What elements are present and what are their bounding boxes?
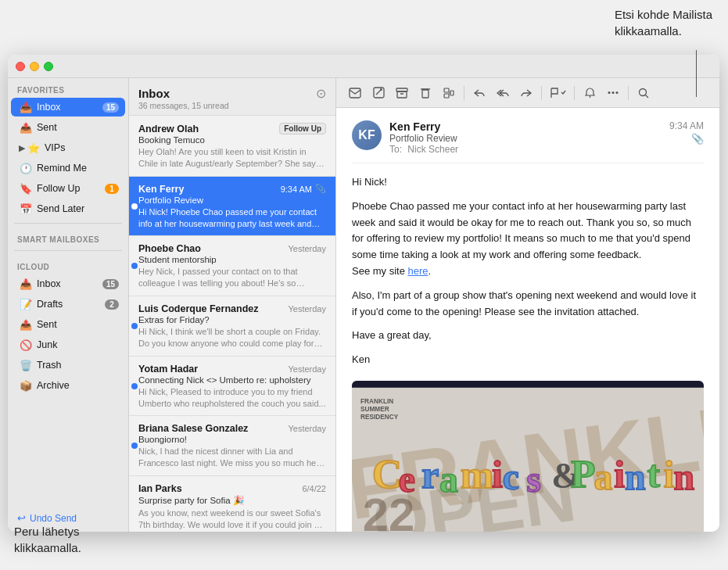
favorites-header: Favorites bbox=[8, 78, 128, 97]
sidebar-item-label: Sent bbox=[37, 319, 119, 330]
svg-rect-4 bbox=[397, 91, 407, 98]
to-name: Nick Scheer bbox=[407, 144, 458, 155]
svg-text:i: i bbox=[614, 452, 625, 495]
titlebar bbox=[8, 55, 719, 78]
more-button[interactable] bbox=[602, 83, 624, 103]
unread-dot bbox=[131, 203, 138, 210]
followup-badge: Follow Up bbox=[279, 123, 326, 134]
traffic-lights bbox=[16, 62, 53, 71]
body-closing: Have a great day, bbox=[352, 328, 704, 344]
email-content-area[interactable]: KF Ken Ferry Portfolio Review To: Nick S… bbox=[336, 108, 719, 532]
sidebar-item-label: Follow Up bbox=[37, 183, 105, 194]
sidebar-item-inbox[interactable]: 📥 Inbox 15 bbox=[11, 98, 125, 117]
msg-subject: Booking Temuco bbox=[138, 135, 326, 145]
icloud-inbox-badge: 15 bbox=[102, 279, 119, 289]
toolbar-separator bbox=[464, 86, 464, 100]
message-item[interactable]: Andrew Olah Follow Up Booking Temuco Hey… bbox=[129, 116, 335, 177]
filter-icon[interactable]: ⊙ bbox=[316, 86, 326, 101]
sidebar-item-icloud-trash[interactable]: 🗑️ Trash bbox=[11, 356, 125, 375]
msg-preview: Hi Nick! Phoebe Chao passed me your cont… bbox=[138, 206, 326, 230]
sidebar-item-remind-me[interactable]: 🕐 Remind Me bbox=[11, 159, 125, 177]
toolbar-separator2 bbox=[541, 86, 542, 100]
remind-icon: 🕐 bbox=[19, 161, 33, 175]
forward-button[interactable] bbox=[515, 83, 537, 103]
sidebar-item-vips[interactable]: ▶ ⭐ VIPs bbox=[11, 138, 125, 157]
svg-line-19 bbox=[646, 95, 649, 98]
icloud-header: iCloud bbox=[8, 255, 128, 274]
sidebar-divider bbox=[14, 223, 122, 224]
message-item[interactable]: Luis Coderque Fernandez Yesterday Extras… bbox=[129, 296, 335, 357]
svg-text:n: n bbox=[625, 456, 646, 497]
svg-line-2 bbox=[376, 89, 382, 95]
message-list-scroll[interactable]: Andrew Olah Follow Up Booking Temuco Hey… bbox=[129, 116, 335, 532]
reply-button[interactable] bbox=[468, 83, 490, 103]
msg-header-row: Briana Salese Gonzalez Yesterday bbox=[138, 423, 326, 434]
sidebar-item-icloud-archive[interactable]: 📦 Archive bbox=[11, 376, 125, 395]
search-button[interactable] bbox=[633, 83, 654, 103]
icloud-archive-icon: 📦 bbox=[19, 378, 33, 393]
get-mail-button[interactable] bbox=[344, 83, 366, 103]
minimize-button[interactable] bbox=[30, 62, 39, 71]
compose-button[interactable] bbox=[368, 83, 389, 103]
sidebar-item-icloud-drafts[interactable]: 📝 Drafts 2 bbox=[11, 295, 125, 314]
svg-rect-0 bbox=[350, 88, 360, 98]
message-item[interactable]: Ian Parks 6/4/22 Surprise party for Sofi… bbox=[129, 476, 335, 532]
message-item[interactable]: Briana Salese Gonzalez Yesterday Buongio… bbox=[129, 416, 335, 476]
notifications-button[interactable] bbox=[579, 83, 601, 103]
svg-text:a: a bbox=[594, 456, 612, 497]
msg-from: Ian Parks bbox=[138, 483, 302, 494]
sidebar: Favorites 📥 Inbox 15 📤 Sent ▶ ⭐ VIPs 🕐 R… bbox=[8, 78, 129, 532]
msg-from: Phoebe Chao bbox=[138, 243, 288, 254]
trash-button[interactable] bbox=[414, 83, 436, 103]
sent-icon: 📤 bbox=[19, 120, 33, 134]
body-greeting: Hi Nick! bbox=[352, 174, 704, 191]
archive-button[interactable] bbox=[391, 83, 413, 103]
sidebar-item-icloud-inbox[interactable]: 📥 Inbox 15 bbox=[11, 274, 125, 293]
sidebar-item-label: Inbox bbox=[37, 102, 102, 113]
sidebar-item-send-later[interactable]: 📅 Send Later bbox=[11, 199, 125, 218]
icloud-drafts-badge: 2 bbox=[105, 299, 119, 310]
svg-point-15 bbox=[608, 91, 611, 94]
see-site-text: See my site here. bbox=[352, 265, 431, 277]
expand-icon: ▶ bbox=[19, 143, 25, 153]
sidebar-divider2 bbox=[14, 250, 122, 251]
unread-dot bbox=[131, 443, 138, 449]
move-button[interactable] bbox=[438, 83, 460, 103]
email-time: 9:34 AM bbox=[669, 120, 704, 131]
attachment-indicator: 📎 bbox=[691, 133, 704, 145]
to-label: To: bbox=[389, 144, 402, 155]
svg-text:i: i bbox=[664, 452, 675, 495]
msg-subject: Connecting Nick <> Umberto re: upholster… bbox=[138, 375, 326, 385]
svg-text:c: c bbox=[503, 456, 519, 497]
followup-badge: 1 bbox=[105, 184, 119, 194]
msg-subject: Surprise party for Sofia 🎉 bbox=[138, 495, 326, 506]
email-from-name: Ken Ferry bbox=[389, 120, 669, 133]
msg-time: Yesterday bbox=[288, 364, 326, 374]
undo-send-icon: ↩ bbox=[17, 512, 26, 524]
msg-from: Andrew Olah bbox=[138, 124, 279, 134]
here-link[interactable]: here bbox=[408, 265, 429, 277]
inbox-badge: 15 bbox=[102, 102, 119, 113]
flag-button[interactable] bbox=[546, 83, 570, 103]
sidebar-item-label: VIPs bbox=[45, 142, 119, 153]
sidebar-item-follow-up[interactable]: 🔖 Follow Up 1 bbox=[11, 179, 125, 198]
inbox-icon: 📥 bbox=[19, 100, 33, 114]
msg-header-row: Ken Ferry 9:34 AM 📎 bbox=[138, 184, 326, 195]
message-item[interactable]: Phoebe Chao Yesterday Student mentorship… bbox=[129, 236, 335, 296]
close-button[interactable] bbox=[16, 62, 25, 71]
svg-text:t: t bbox=[647, 452, 660, 495]
maximize-button[interactable] bbox=[44, 62, 53, 71]
icloud-sent-icon: 📤 bbox=[19, 317, 33, 332]
sidebar-item-icloud-sent[interactable]: 📤 Sent bbox=[11, 315, 125, 334]
sidebar-item-sent[interactable]: 📤 Sent bbox=[11, 118, 125, 137]
sidebar-item-icloud-junk[interactable]: 🚫 Junk bbox=[11, 335, 125, 354]
sidebar-item-label: Inbox bbox=[37, 278, 102, 289]
msg-header-row: Andrew Olah Follow Up bbox=[138, 123, 326, 134]
callout-bottom-left: Peru lähetys klikkaamalla. bbox=[14, 523, 81, 556]
svg-text:SUMMER: SUMMER bbox=[360, 406, 389, 413]
message-item[interactable]: Ken Ferry 9:34 AM 📎 Portfolio Review Hi … bbox=[129, 177, 335, 237]
sidebar-item-label: Archive bbox=[37, 380, 119, 391]
reply-all-button[interactable] bbox=[492, 83, 514, 103]
message-item[interactable]: Yotam Hadar Yesterday Connecting Nick <>… bbox=[129, 357, 335, 417]
svg-rect-9 bbox=[444, 88, 449, 92]
